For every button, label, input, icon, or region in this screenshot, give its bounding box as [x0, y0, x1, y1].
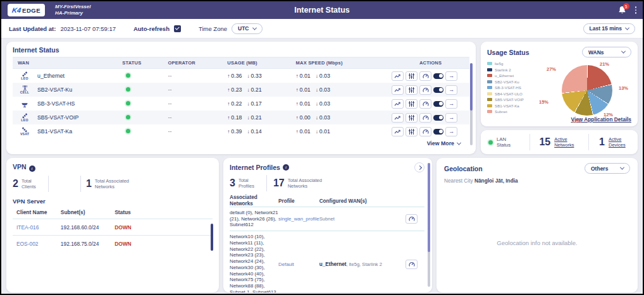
wan-chart-button[interactable]: [392, 127, 404, 136]
info-icon[interactable]: [29, 166, 35, 172]
wan-type-caption: LEO: [18, 119, 32, 122]
active-networks-link[interactable]: Active Networks: [554, 136, 579, 148]
geolocation-title: Geolocation: [444, 165, 483, 172]
nearest-city-value: Nāngloi Jāt, India: [474, 178, 518, 184]
wan-settings-button[interactable]: [406, 71, 418, 81]
geolocation-filter-select[interactable]: Others: [585, 163, 630, 174]
internet-profiles-title: Internet Profiles: [230, 164, 280, 171]
vpn-title: VPN: [13, 163, 27, 171]
wan-chart-button[interactable]: [392, 99, 404, 109]
table-row-wan: CELL SB2-VSAT-Ku -- 0.230.21 0.010.03: [13, 83, 469, 97]
col-profile: Profile: [278, 198, 319, 204]
lan-status-dot: [488, 140, 493, 145]
vpn-subnet: 192.168.75.0/24: [61, 241, 115, 247]
view-more-link[interactable]: View More: [427, 140, 461, 147]
col-associated-networks: Associated Networks: [230, 195, 278, 208]
speed-up: 0.00: [300, 114, 311, 121]
legend-swatch: [487, 98, 492, 101]
wan-enable-toggle[interactable]: [433, 115, 443, 121]
app-header: K4 EDGE MY-FirstVessel HA-Primary Intern…: [1, 1, 643, 19]
wan-details-arrow-button[interactable]: [445, 85, 457, 95]
internet-profiles-panel: Internet Profiles 3 Total Profiles 17 To…: [223, 158, 432, 292]
usage-up: 0.22: [231, 100, 242, 107]
usage-down: 0.21: [251, 114, 261, 121]
profile-wans: Subnet: [319, 216, 335, 222]
usage-filter-value: WANs: [588, 49, 604, 56]
profile-speedtest-button[interactable]: [406, 260, 418, 269]
expand-profiles-button[interactable]: [414, 162, 424, 172]
operator-value: --: [168, 87, 227, 93]
speed-down: 0.03: [319, 100, 330, 107]
wan-settings-button[interactable]: [406, 127, 418, 136]
wan-speedtest-button[interactable]: [419, 127, 431, 136]
wan-type-caption: CELL: [18, 91, 32, 94]
usage-down: 0.33: [251, 73, 261, 79]
vpn-panel: VPN 2 Total Clients 1 Total Associated N…: [6, 158, 219, 292]
satellite-vsat-icon: VSAT: [18, 126, 32, 136]
app-logo[interactable]: K4 EDGE: [8, 4, 45, 16]
legend-swatch: [487, 104, 492, 107]
info-icon[interactable]: [283, 164, 289, 171]
vpn-scrollbar[interactable]: [211, 224, 213, 258]
active-devices-link[interactable]: Active Devices: [609, 136, 630, 148]
profile-row: default (0), Network21 (21), Network26 (…: [230, 207, 424, 231]
profile-row: Network10 (10), Network11 (11), Network2…: [230, 231, 424, 292]
usage-up: 0.36: [231, 73, 242, 79]
wan-settings-button[interactable]: [406, 99, 418, 109]
col-status: STATUS: [122, 60, 168, 66]
chevron-down-icon: [457, 140, 461, 145]
internet-status-title: Internet Status: [13, 46, 469, 54]
wan-chart-button[interactable]: [392, 113, 404, 123]
usage-pie-chart[interactable]: 21% 13% 12% 12% 15% 27%: [539, 60, 631, 116]
lan-status-panel: LAN Status 15 Active Networks 1 Active D…: [481, 130, 638, 154]
profiles-scrollbar[interactable]: [428, 163, 430, 287]
geolocation-filter-value: Others: [591, 166, 608, 172]
legend-label: SB4-VSAT-ULO: [495, 92, 523, 96]
notifications-button[interactable]: 5: [618, 6, 626, 15]
vpn-client-link[interactable]: ITEA-016: [13, 224, 61, 231]
wan-chart-button[interactable]: [392, 85, 404, 95]
kebab-menu-icon[interactable]: [635, 6, 636, 13]
profile-speedtest-button[interactable]: [406, 214, 418, 224]
wan-chart-button[interactable]: [392, 71, 404, 81]
wan-details-arrow-button[interactable]: [445, 127, 457, 136]
vpn-client-link[interactable]: EOS-002: [13, 241, 61, 247]
legend-label: lte5g: [495, 61, 503, 66]
wan-enable-toggle[interactable]: [433, 101, 443, 107]
wan-settings-button[interactable]: [406, 113, 418, 123]
view-more-label: View More: [427, 140, 454, 147]
auto-refresh-label: Auto-refresh: [133, 25, 170, 32]
vpn-networks-label: Total Associated Networks: [95, 178, 144, 190]
vpn-networks-count: 1: [86, 178, 92, 190]
speed-up: 0.01: [300, 87, 311, 93]
col-operator: OPERATOR: [168, 60, 227, 66]
legend-label: SB-3-VSAT-HS: [495, 85, 521, 90]
legend-swatch: [487, 68, 492, 71]
table-scrollbar[interactable]: [470, 63, 473, 145]
wan-details-arrow-button[interactable]: [445, 113, 457, 123]
wan-settings-button[interactable]: [406, 85, 418, 95]
profile-link[interactable]: single_wan_profile: [278, 216, 319, 222]
wan-speedtest-button[interactable]: [419, 85, 431, 95]
wan-enable-toggle[interactable]: [433, 87, 443, 93]
wan-enable-toggle[interactable]: [433, 129, 443, 135]
lan-status-label: LAN Status: [497, 136, 517, 148]
vessel-name: MY-FirstVessel: [55, 4, 90, 10]
time-zone-select[interactable]: UTC: [232, 23, 262, 34]
wan-name: SB-3-VSAT-HS: [37, 100, 75, 107]
wan-speedtest-button[interactable]: [419, 71, 431, 81]
wan-enable-toggle[interactable]: [433, 73, 443, 79]
pie-graphic[interactable]: [562, 65, 612, 116]
wan-speedtest-button[interactable]: [419, 99, 431, 109]
usage-filter-select[interactable]: WANs: [582, 47, 631, 57]
profile-link[interactable]: Default: [278, 262, 319, 267]
wan-details-arrow-button[interactable]: [445, 71, 457, 81]
chevron-down-icon: [621, 49, 626, 54]
time-range-select[interactable]: Last 15 mins: [583, 23, 636, 34]
auto-refresh-checkbox[interactable]: [174, 25, 181, 32]
wan-details-arrow-button[interactable]: [445, 99, 457, 109]
status-up-dot: [126, 73, 130, 78]
wan-speedtest-button[interactable]: [419, 113, 431, 123]
speed-up: 0.01: [300, 100, 311, 107]
speed-down: 0.03: [319, 114, 330, 121]
